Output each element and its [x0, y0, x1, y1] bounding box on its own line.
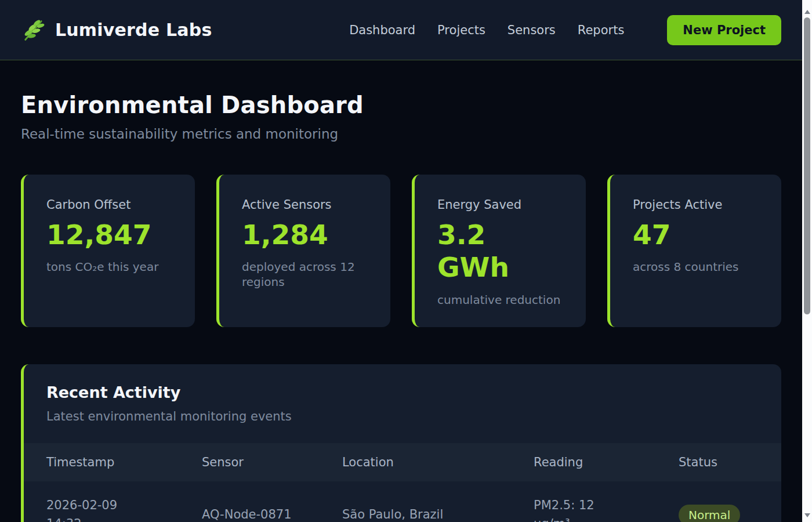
page: Lumiverde Labs Dashboard Projects Sensor… — [0, 0, 802, 522]
stat-value: 47 — [633, 219, 743, 251]
column-header-timestamp: Timestamp — [24, 443, 179, 481]
stat-label: Carbon Offset — [46, 198, 177, 212]
cell-timestamp: 2026-02-09 14:32 — [24, 481, 179, 522]
stat-card-active-sensors: Active Sensors 1,284 deployed across 12 … — [216, 175, 390, 327]
vertical-scrollbar[interactable] — [802, 0, 812, 522]
stat-card-projects-active: Projects Active 47 across 8 countries — [607, 175, 781, 327]
brand-name: Lumiverde Labs — [55, 20, 212, 40]
stat-description: across 8 countries — [633, 259, 764, 274]
status-badge: Normal — [679, 505, 740, 522]
main-nav: Dashboard Projects Sensors Reports New P… — [349, 15, 781, 45]
activity-table: Timestamp Sensor Location Reading Status… — [24, 443, 781, 522]
nav-item-projects[interactable]: Projects — [437, 23, 485, 37]
viewport: Lumiverde Labs Dashboard Projects Sensor… — [0, 0, 812, 522]
stat-card-carbon-offset: Carbon Offset 12,847 tons CO₂e this year — [21, 175, 195, 327]
stat-description: tons CO₂e this year — [46, 259, 177, 274]
scroll-down-arrow-icon[interactable] — [802, 510, 812, 520]
scroll-up-arrow-icon[interactable] — [802, 7, 812, 16]
stat-label: Energy Saved — [437, 198, 568, 212]
stat-description: cumulative reduction — [437, 292, 568, 307]
table-row: 2026-02-09 14:32 AQ-Node-0871 São Paulo,… — [24, 481, 781, 522]
cell-sensor: AQ-Node-0871 — [179, 481, 320, 522]
scrollbar-thumb[interactable] — [804, 17, 810, 314]
stats-grid: Carbon Offset 12,847 tons CO₂e this year… — [21, 175, 781, 327]
stat-label: Active Sensors — [242, 198, 373, 212]
recent-activity-title: Recent Activity — [46, 383, 759, 401]
column-header-reading: Reading — [511, 443, 656, 481]
stat-value: 1,284 — [242, 219, 352, 251]
nav-item-sensors[interactable]: Sensors — [507, 23, 556, 37]
column-header-sensor: Sensor — [179, 443, 320, 481]
table-header-row: Timestamp Sensor Location Reading Status — [24, 443, 781, 481]
stat-card-energy-saved: Energy Saved 3.2 GWh cumulative reductio… — [412, 175, 586, 327]
nav-item-reports[interactable]: Reports — [578, 23, 625, 37]
column-header-location: Location — [320, 443, 511, 481]
recent-activity-header: Recent Activity Latest environmental mon… — [24, 364, 781, 443]
app-header: Lumiverde Labs Dashboard Projects Sensor… — [0, 0, 802, 60]
new-project-button[interactable]: New Project — [667, 15, 781, 45]
herb-leaf-icon — [21, 17, 46, 43]
stat-label: Projects Active — [633, 198, 764, 212]
recent-activity-card: Recent Activity Latest environmental mon… — [21, 364, 781, 522]
cell-reading: PM2.5: 12 µg/m³ — [511, 481, 656, 522]
cell-status: Normal — [656, 481, 781, 522]
cell-location: São Paulo, Brazil — [320, 481, 511, 522]
main-content: Environmental Dashboard Real-time sustai… — [0, 92, 802, 522]
brand[interactable]: Lumiverde Labs — [21, 17, 212, 43]
recent-activity-subtitle: Latest environmental monitoring events — [46, 409, 759, 423]
nav-item-dashboard[interactable]: Dashboard — [349, 23, 415, 37]
stat-value: 12,847 — [46, 219, 157, 251]
page-subtitle: Real-time sustainability metrics and mon… — [21, 126, 781, 142]
stat-description: deployed across 12 regions — [242, 259, 373, 289]
stat-value: 3.2 GWh — [437, 219, 548, 284]
page-title: Environmental Dashboard — [21, 92, 781, 118]
column-header-status: Status — [656, 443, 781, 481]
